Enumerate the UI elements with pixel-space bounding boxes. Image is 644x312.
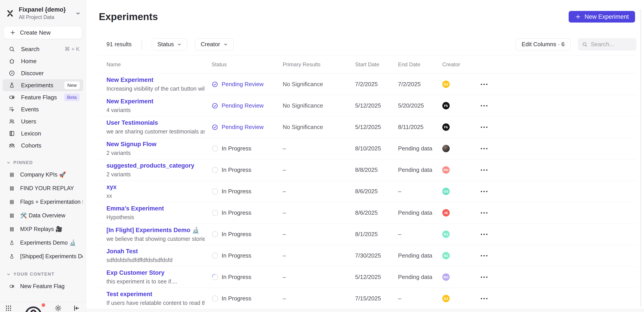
section-header[interactable]: PINNED bbox=[6, 160, 86, 165]
table-row[interactable]: Test experiment If users have relatable … bbox=[98, 288, 636, 309]
sidebar-item-users[interactable]: Users bbox=[3, 115, 83, 128]
new-experiment-button[interactable]: New Experiment bbox=[569, 11, 635, 22]
row-actions-menu-icon[interactable] bbox=[481, 231, 636, 237]
creator-avatar[interactable]: PH bbox=[442, 166, 450, 174]
flask-icon bbox=[9, 254, 15, 259]
table-row[interactable]: New Experiment Increasing visibility of … bbox=[98, 74, 636, 95]
row-actions-menu-icon[interactable] bbox=[481, 274, 636, 280]
creator-avatar[interactable]: OS bbox=[442, 188, 450, 195]
sidebar-section: PINNED Company KPIs 🚀 FIND YOUR REPLAY F… bbox=[0, 160, 86, 263]
pending-review-check-icon bbox=[212, 102, 218, 109]
sidebar-item-search[interactable]: Search ⌘ + K bbox=[3, 43, 83, 55]
status-cell: In Progress bbox=[212, 188, 283, 195]
sidebar-item-data-overview[interactable]: 🛠️ Data Overview bbox=[0, 209, 86, 222]
creator-avatar[interactable]: Fk bbox=[442, 102, 450, 109]
sidebar-item-company-kpis[interactable]: Company KPIs 🚀 bbox=[0, 168, 86, 181]
row-actions-menu-icon[interactable] bbox=[481, 210, 636, 216]
row-actions-menu-icon[interactable] bbox=[481, 103, 636, 109]
end-date: 8/11/2025 bbox=[398, 124, 442, 131]
table-row[interactable]: New Signup Flow 2 variants In Progress –… bbox=[98, 138, 636, 159]
column-header-status[interactable]: Status bbox=[212, 61, 283, 68]
create-new-button[interactable]: Create New bbox=[4, 26, 82, 39]
experiment-name-link[interactable]: suggested_products_category bbox=[106, 162, 205, 169]
table-row[interactable]: [In Flight] Experiments Demo 🔬 we believ… bbox=[98, 224, 636, 245]
row-actions-menu-icon[interactable] bbox=[481, 124, 636, 130]
table-row[interactable]: Exp Customer Story this experiment is to… bbox=[98, 267, 636, 288]
status-filter-button[interactable]: Status bbox=[152, 38, 188, 50]
section-header[interactable]: YOUR CONTENT bbox=[6, 272, 86, 277]
start-date: 5/12/2025 bbox=[355, 102, 398, 109]
row-actions-menu-icon[interactable] bbox=[481, 296, 636, 302]
column-header-end-date[interactable]: End Date bbox=[398, 61, 442, 68]
experiment-name-link[interactable]: [In Flight] Experiments Demo 🔬 bbox=[106, 227, 205, 234]
experiment-name-link[interactable]: Emma's Experiment bbox=[106, 205, 205, 212]
settings-gear-icon[interactable] bbox=[54, 304, 62, 312]
apps-grid-icon[interactable] bbox=[4, 304, 12, 312]
sidebar-item-find-your-replay[interactable]: FIND YOUR REPLAY bbox=[0, 181, 86, 195]
sidebar-item-lexicon[interactable]: Lexicon bbox=[3, 128, 83, 140]
sidebar-item-experiments-demo[interactable]: Experiments Demo 🔬 bbox=[0, 236, 86, 250]
experiment-name-link[interactable]: New Experiment bbox=[106, 98, 205, 105]
experiment-name-link[interactable]: xyx bbox=[106, 184, 205, 191]
experiment-name-link[interactable]: Jonah Test bbox=[106, 248, 205, 255]
creator-avatar[interactable]: Fk bbox=[442, 123, 450, 131]
sidebar-item-events[interactable]: Events bbox=[3, 103, 83, 115]
sidebar-item-mxp-replays[interactable]: MXP Replays 🎥 bbox=[0, 222, 86, 236]
creator-cell: RJ bbox=[442, 252, 481, 259]
sidebar-item-discover[interactable]: Discover bbox=[3, 67, 83, 79]
primary-results: – bbox=[283, 145, 355, 152]
table-row[interactable]: New Experiment 4 variants Pending Review… bbox=[98, 95, 636, 117]
scrollbar[interactable] bbox=[640, 9, 641, 307]
creator-cell: DJ bbox=[442, 295, 481, 302]
creator-cell: RJ bbox=[442, 231, 481, 238]
creator-avatar[interactable]: BG bbox=[442, 273, 450, 281]
creator-avatar[interactable]: RJ bbox=[442, 231, 450, 238]
sidebar-item-cohorts[interactable]: Cohorts bbox=[3, 140, 83, 152]
row-actions-menu-icon[interactable] bbox=[481, 146, 636, 152]
end-date: Pending data bbox=[398, 252, 442, 259]
column-header-name[interactable]: Name bbox=[106, 61, 212, 68]
column-header-start-date[interactable]: Start Date bbox=[355, 61, 398, 68]
sidebar-item-home[interactable]: Home bbox=[3, 55, 83, 67]
creator-avatar[interactable] bbox=[442, 145, 450, 152]
creator-avatar[interactable]: DJ bbox=[442, 81, 450, 88]
plus-icon bbox=[10, 29, 16, 36]
table-row[interactable]: xyx xx In Progress – 8/6/2025 – OS bbox=[98, 181, 636, 202]
table-row[interactable]: User Testimonials we are sharing custome… bbox=[98, 117, 636, 138]
experiment-name-link[interactable]: New Signup Flow bbox=[106, 141, 205, 148]
creator-filter-button[interactable]: Creator bbox=[195, 38, 234, 50]
start-date: 5/12/2025 bbox=[355, 274, 398, 281]
creator-avatar[interactable]: JE bbox=[442, 209, 450, 216]
sidebar-item-feature-flags[interactable]: Feature Flags Beta bbox=[3, 91, 83, 103]
help-button[interactable] bbox=[23, 304, 44, 312]
experiment-name-link[interactable]: Exp Customer Story bbox=[106, 269, 205, 276]
row-actions-menu-icon[interactable] bbox=[481, 167, 636, 173]
experiment-name-link[interactable]: Test experiment bbox=[106, 291, 205, 298]
table-row[interactable]: Jonah Test sdfdsfdsfsdfdffdfdsfsdfdsfd I… bbox=[98, 245, 636, 267]
creator-avatar[interactable]: DJ bbox=[442, 295, 450, 302]
pinned-item-label: FIND YOUR REPLAY bbox=[20, 185, 74, 191]
table-row[interactable]: suggested_products_category 2 variants I… bbox=[98, 159, 636, 181]
experiment-name-link[interactable]: New Experiment bbox=[106, 77, 205, 83]
edit-columns-button[interactable]: Edit Columns · 6 bbox=[516, 38, 571, 50]
row-actions-menu-icon[interactable] bbox=[481, 189, 636, 194]
collapse-sidebar-icon[interactable] bbox=[72, 304, 80, 312]
experiment-name-link[interactable]: User Testimonials bbox=[106, 119, 205, 126]
column-header-creator[interactable]: Creator bbox=[442, 61, 481, 68]
status-label: Pending Review bbox=[222, 81, 264, 88]
status-label: In Progress bbox=[222, 145, 251, 152]
table-row[interactable]: Emma's Experiment Hypothesis In Progress… bbox=[98, 202, 636, 224]
creator-avatar[interactable]: RJ bbox=[442, 252, 450, 259]
sidebar-item-experiments[interactable]: Experiments New bbox=[3, 79, 83, 91]
end-date: 5/20/2025 bbox=[398, 102, 442, 109]
sidebar-item-new-feature-flag[interactable]: New Feature Flag bbox=[0, 279, 86, 293]
row-actions-menu-icon[interactable] bbox=[481, 81, 636, 87]
create-new-label: Create New bbox=[20, 29, 50, 36]
column-header-primary-results[interactable]: Primary Results bbox=[283, 61, 355, 68]
row-actions-menu-icon[interactable] bbox=[481, 253, 636, 259]
search-input[interactable] bbox=[591, 41, 632, 48]
sidebar-item-flags-experimentation-demo[interactable]: Flags + Experimentation Demo bbox=[0, 195, 86, 209]
pinned-item-label: [Shipped] Experiments Demo 🖊️ bbox=[20, 253, 83, 260]
sidebar-item-shipped-experiments-demo[interactable]: [Shipped] Experiments Demo 🖊️ bbox=[0, 250, 86, 263]
project-switcher[interactable]: Fixpanel {demo} All Project Data bbox=[0, 0, 86, 22]
